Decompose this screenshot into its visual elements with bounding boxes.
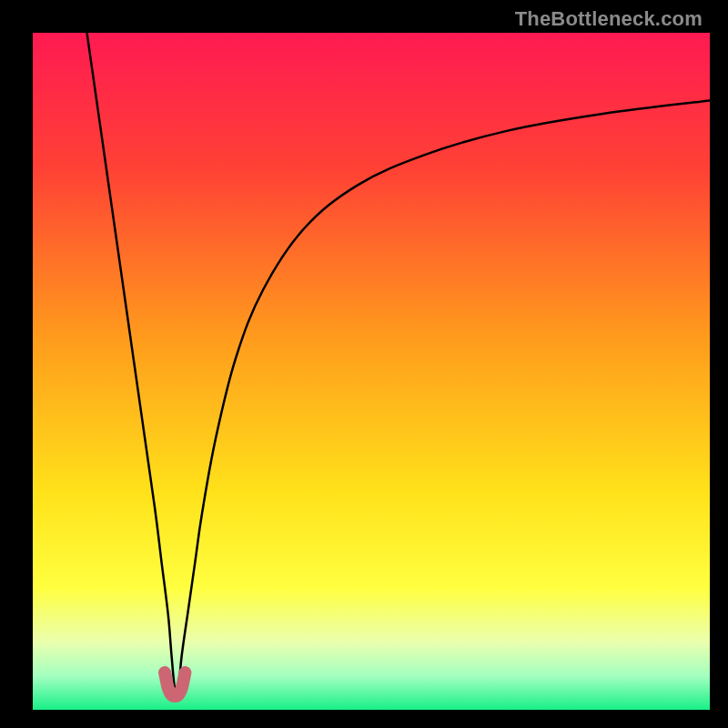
bottleneck-curve — [87, 33, 710, 694]
watermark-text: TheBottleneck.com — [515, 7, 703, 31]
curve-layer — [33, 33, 710, 710]
plot-area — [33, 33, 710, 710]
chart-frame: TheBottleneck.com — [0, 0, 728, 728]
